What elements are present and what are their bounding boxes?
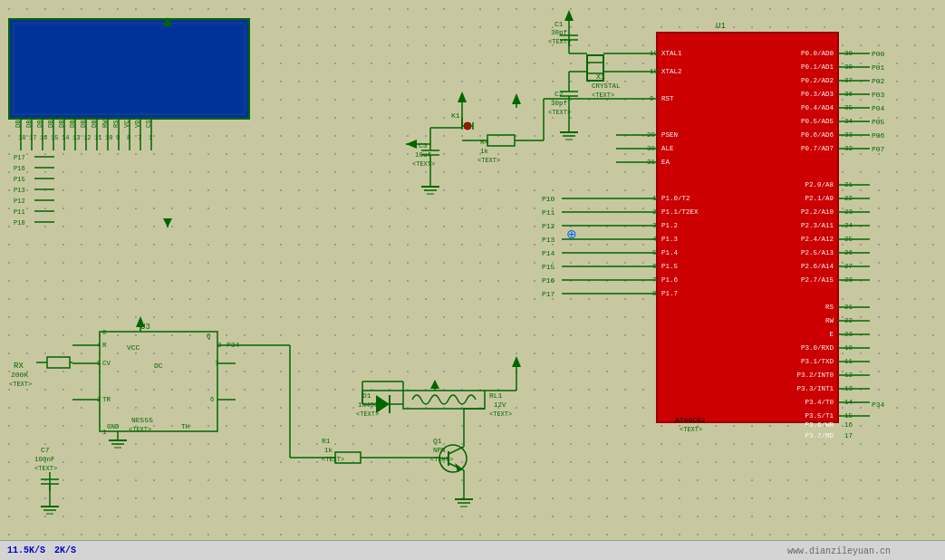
svg-text:RW: RW <box>825 317 834 324</box>
svg-text:VCC: VCC <box>127 343 140 352</box>
svg-text:P07: P07 <box>872 145 885 153</box>
svg-text:P1.7: P1.7 <box>661 290 678 297</box>
svg-text:P3.4/T0: P3.4/T0 <box>805 399 834 406</box>
svg-text:NE555: NE555 <box>131 416 153 424</box>
svg-text:C1: C1 <box>554 20 564 28</box>
website-label: www.dianzileyuan.cn <box>787 546 891 556</box>
svg-text:P0.0/AD0: P0.0/AD0 <box>801 50 834 57</box>
svg-text:C7: C7 <box>41 446 50 454</box>
svg-text:P17: P17 <box>542 290 555 298</box>
status-bar: 11.5K/S 2K/S www.dianzileyuan.cn <box>0 540 945 560</box>
schematic-svg: DB7 DB6 DB5 DB4 DB3 DB2 DB1 DB0 RW RS VC… <box>0 0 945 560</box>
svg-marker-271 <box>136 316 145 327</box>
svg-text:P3.5/T1: P3.5/T1 <box>805 412 834 420</box>
svg-text:P3.0/RXD: P3.0/RXD <box>801 344 834 352</box>
svg-text:P0.7/AD7: P0.7/AD7 <box>801 145 834 152</box>
page-label: 2K/S <box>54 546 76 555</box>
svg-marker-358 <box>512 356 521 367</box>
svg-text:P13: P13 <box>542 236 555 244</box>
svg-text:P1.5: P1.5 <box>661 263 679 270</box>
svg-marker-255 <box>512 93 521 104</box>
svg-marker-225 <box>564 10 574 21</box>
svg-text:P1.6: P1.6 <box>661 276 679 284</box>
svg-text:P1.0/T2: P1.0/T2 <box>661 195 690 202</box>
svg-text:P2.4/A12: P2.4/A12 <box>801 236 834 243</box>
svg-text:15: 15 <box>51 134 58 141</box>
svg-text:R1: R1 <box>322 437 331 445</box>
svg-text:P2.7/A15: P2.7/A15 <box>801 276 834 284</box>
svg-text:ALE: ALE <box>661 145 674 152</box>
svg-text:<TEXT>: <TEXT> <box>34 465 57 472</box>
svg-text:PSEN: PSEN <box>661 131 678 139</box>
svg-text:P15: P15 <box>542 263 555 271</box>
svg-text:10: 10 <box>105 134 112 141</box>
svg-text:TH: TH <box>181 423 189 430</box>
svg-text:P0.5/AD5: P0.5/AD5 <box>801 118 834 125</box>
svg-text:P2.3/A11: P2.3/A11 <box>801 222 834 229</box>
watermark: www.dianzileyuan.cn <box>787 546 891 556</box>
svg-text:P2.6/A14: P2.6/A14 <box>801 263 834 270</box>
svg-rect-249 <box>487 135 515 146</box>
svg-text:P12: P12 <box>542 222 555 230</box>
svg-text:CV: CV <box>102 360 111 367</box>
svg-text:P06: P06 <box>872 131 885 140</box>
svg-text:P00: P00 <box>872 50 885 58</box>
svg-text:P15: P15 <box>14 176 25 183</box>
svg-text:100nF: 100nF <box>34 456 55 463</box>
svg-text:P0.2/AD2: P0.2/AD2 <box>801 77 834 84</box>
status-zoom: 11.5K/S <box>7 546 45 555</box>
svg-text:1k: 1k <box>480 148 489 155</box>
svg-text:CRYSTAL: CRYSTAL <box>592 82 621 90</box>
svg-text:P0.3/AD3: P0.3/AD3 <box>801 91 834 98</box>
svg-text:<TEXT>: <TEXT> <box>477 157 500 164</box>
svg-text:13: 13 <box>72 134 80 141</box>
svg-text:6: 6 <box>210 396 214 403</box>
svg-text:18: 18 <box>18 134 25 141</box>
svg-text:17: 17 <box>29 134 36 141</box>
svg-text:GND: GND <box>107 423 120 430</box>
svg-text:16: 16 <box>40 134 47 141</box>
svg-text:12V: 12V <box>494 401 506 409</box>
svg-text:<TEXT>: <TEXT> <box>489 410 512 418</box>
svg-rect-296 <box>47 357 70 368</box>
svg-text:<TEXT>: <TEXT> <box>322 456 344 463</box>
svg-marker-349 <box>458 92 467 102</box>
svg-text:16: 16 <box>844 421 853 429</box>
svg-text:P1.2: P1.2 <box>661 222 678 229</box>
svg-text:P1.1/T2EX: P1.1/T2EX <box>661 208 699 216</box>
svg-text:E: E <box>829 331 834 338</box>
svg-text:Q: Q <box>207 333 211 340</box>
svg-text:P3.6/WR: P3.6/WR <box>805 421 834 429</box>
svg-marker-331 <box>455 463 462 472</box>
svg-text:U1: U1 <box>716 22 726 31</box>
svg-text:D1: D1 <box>362 391 371 400</box>
svg-text:P0.6/AD6: P0.6/AD6 <box>801 131 834 139</box>
svg-marker-322 <box>430 380 439 389</box>
svg-text:XTAL1: XTAL1 <box>661 50 682 57</box>
svg-text:EA: EA <box>661 159 670 166</box>
svg-text:P3.7/RD: P3.7/RD <box>805 432 834 439</box>
svg-text:12: 12 <box>83 134 91 141</box>
svg-text:K1: K1 <box>451 111 460 120</box>
svg-text:TR: TR <box>102 396 111 403</box>
svg-text:14: 14 <box>62 134 69 141</box>
svg-text:Q1: Q1 <box>433 437 442 445</box>
svg-text:P3.3/INT1: P3.3/INT1 <box>796 385 834 392</box>
zoom-label: 11.5K/S <box>7 546 45 555</box>
status-page: 2K/S <box>54 546 76 555</box>
svg-text:R: R <box>102 342 107 349</box>
svg-text:C3: C3 <box>419 141 428 150</box>
svg-text:8: 8 <box>102 329 106 336</box>
svg-text:11: 11 <box>94 134 101 141</box>
svg-text:<TEXT>: <TEXT> <box>9 381 32 388</box>
svg-text:P2.5/A13: P2.5/A13 <box>801 249 834 256</box>
svg-text:RL1: RL1 <box>489 391 503 400</box>
svg-text:1: 1 <box>102 429 106 436</box>
svg-text:<TEXT>: <TEXT> <box>680 426 702 433</box>
svg-text:<TEXT>: <TEXT> <box>592 92 614 99</box>
svg-text:P02: P02 <box>872 77 885 85</box>
svg-text:<TEXT>: <TEXT> <box>548 109 571 116</box>
svg-marker-313 <box>376 395 390 413</box>
svg-text:P2.2/A10: P2.2/A10 <box>801 208 834 216</box>
svg-text:P05: P05 <box>872 118 885 126</box>
